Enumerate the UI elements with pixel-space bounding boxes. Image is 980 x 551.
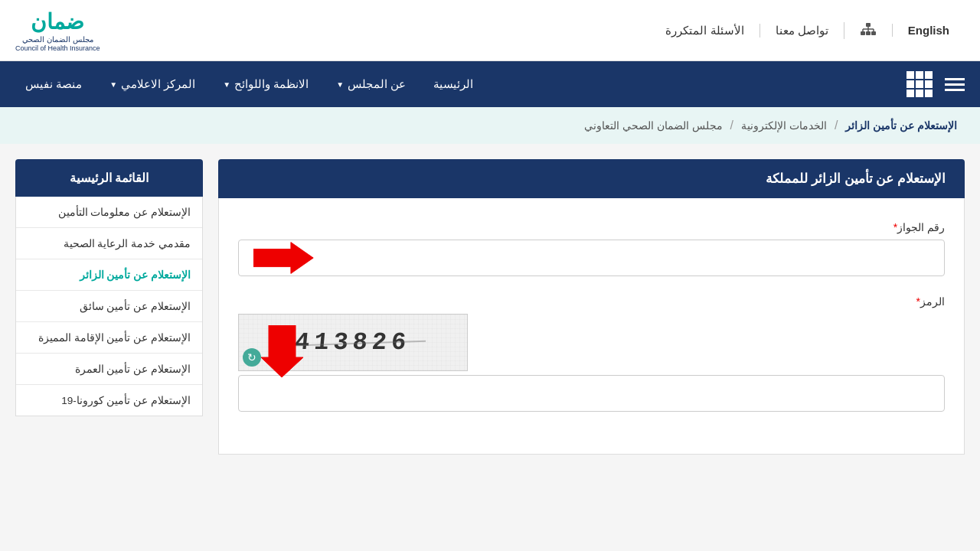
passport-group: رقم الجواز* [238, 221, 945, 276]
list-icon [945, 78, 965, 91]
nav-arrow-council: ▼ [336, 80, 344, 89]
sidebar-menu: الإستعلام عن معلومات التأمين مقدمي خدمة … [15, 197, 203, 416]
breadcrumb-sep1: / [835, 119, 838, 132]
captcha-group: الرمز* 413826 ↻ [238, 295, 945, 412]
main-content: الإستعلام عن تأمين الزائر للمملكة رقم ال… [0, 144, 980, 470]
breadcrumb-current: الإستعلام عن تأمين الزائر [845, 119, 957, 132]
sidebar-link-premium-residency[interactable]: الإستعلام عن تأمين الإقامة المميزة [16, 322, 202, 353]
nav-link-home[interactable]: الرئيسية [420, 61, 487, 107]
svg-rect-2 [866, 31, 871, 35]
list-view-button[interactable] [941, 70, 969, 98]
svg-rect-1 [861, 31, 865, 35]
form-title: الإستعلام عن تأمين الزائر للمملكة [766, 171, 946, 186]
svg-marker-9 [253, 243, 313, 274]
sidebar-link-insurance-info[interactable]: الإستعلام عن معلومات التأمين [16, 197, 202, 227]
english-toggle[interactable]: English [892, 24, 965, 37]
captcha-input-wrapper [238, 375, 945, 412]
captcha-label: الرمز* [238, 295, 945, 308]
nav-link-nfais[interactable]: منصة نفيس [11, 61, 96, 107]
logo: ضمان مجلس الضمان الصحي Council of Health… [15, 9, 100, 52]
sidebar-link-healthcare-providers[interactable]: مقدمي خدمة الرعاية الصحية [16, 228, 202, 259]
form-area: الإستعلام عن تأمين الزائر للمملكة رقم ال… [218, 159, 965, 455]
captcha-value: 413826 [294, 328, 412, 357]
form-body: رقم الجواز* الرمز* 413826 [218, 198, 965, 455]
svg-rect-0 [866, 23, 871, 27]
sidebar-title: القائمة الرئيسية [70, 171, 149, 184]
grid-icon [906, 71, 933, 97]
sidebar-item-insurance-info[interactable]: الإستعلام عن معلومات التأمين [16, 197, 202, 228]
nav-menu: الرئيسية عن المجلس ▼ الانظمة واللوائح ▼ … [11, 61, 487, 107]
nav-link-media[interactable]: المركز الاعلامي ▼ [96, 61, 209, 107]
nav-item-media[interactable]: المركز الاعلامي ▼ [96, 61, 209, 107]
captcha-input[interactable] [238, 375, 945, 412]
sidebar-link-driver-insurance[interactable]: الإستعلام عن تأمين سائق [16, 291, 202, 321]
nav-arrow-media: ▼ [109, 80, 117, 89]
org-chart-icon[interactable] [844, 22, 892, 39]
nav-link-regulations[interactable]: الانظمة واللوائح ▼ [209, 61, 322, 107]
top-bar-left: English تواصل معنا الأسئلة المتكررة [650, 22, 965, 39]
sidebar-link-visitor-insurance[interactable]: الإستعلام عن تأمين الزائر [16, 259, 202, 290]
sidebar-item-umrah-insurance[interactable]: الإستعلام عن تأمين العمرة [16, 354, 202, 385]
nav-item-home[interactable]: الرئيسية [420, 61, 487, 107]
logo-main-text: ضمان [31, 9, 84, 34]
nav-item-council[interactable]: عن المجلس ▼ [322, 61, 420, 107]
contact-link[interactable]: تواصل معنا [760, 24, 844, 37]
breadcrumb: الإستعلام عن تأمين الزائر / الخدمات الإل… [0, 107, 980, 144]
nav-bar: الرئيسية عن المجلس ▼ الانظمة واللوائح ▼ … [0, 61, 980, 107]
form-header: الإستعلام عن تأمين الزائر للمملكة [218, 159, 965, 198]
nav-view-icons [906, 70, 969, 98]
sidebar-item-premium-residency[interactable]: الإستعلام عن تأمين الإقامة المميزة [16, 322, 202, 354]
svg-rect-3 [871, 31, 876, 35]
faq-link[interactable]: الأسئلة المتكررة [650, 24, 759, 37]
captcha-refresh-button[interactable]: ↻ [243, 348, 261, 367]
down-arrow-annotation [261, 325, 303, 379]
passport-input-container [238, 240, 945, 276]
sidebar-item-visitor-insurance[interactable]: الإستعلام عن تأمين الزائر [16, 259, 202, 291]
sidebar-link-covid-insurance[interactable]: الإستعلام عن تأمين كورونا-19 [16, 385, 202, 416]
sidebar-item-healthcare-providers[interactable]: مقدمي خدمة الرعاية الصحية [16, 228, 202, 259]
nav-item-nfais[interactable]: منصة نفيس [11, 61, 96, 107]
logo-area: ضمان مجلس الضمان الصحي Council of Health… [15, 9, 100, 52]
passport-label: رقم الجواز* [238, 221, 945, 233]
nav-link-council[interactable]: عن المجلس ▼ [322, 61, 420, 107]
sidebar-header: القائمة الرئيسية [15, 159, 203, 197]
right-arrow-annotation [253, 241, 315, 276]
sidebar-item-covid-insurance[interactable]: الإستعلام عن تأمين كورونا-19 [16, 385, 202, 416]
top-bar: English تواصل معنا الأسئلة المتكررة ضمان… [0, 0, 980, 61]
nav-arrow-regulations: ▼ [223, 80, 230, 89]
grid-view-button[interactable] [906, 70, 933, 98]
svg-marker-10 [261, 325, 303, 377]
passport-input[interactable] [238, 240, 945, 276]
captcha-container: 413826 ↻ [238, 314, 945, 371]
logo-en-text: Council of Health Insurance [15, 44, 100, 52]
breadcrumb-home[interactable]: مجلس الضمان الصحي التعاوني [584, 119, 723, 132]
sidebar-item-driver-insurance[interactable]: الإستعلام عن تأمين سائق [16, 291, 202, 322]
sidebar: القائمة الرئيسية الإستعلام عن معلومات ال… [15, 159, 203, 455]
nav-item-regulations[interactable]: الانظمة واللوائح ▼ [209, 61, 322, 107]
sidebar-link-umrah-insurance[interactable]: الإستعلام عن تأمين العمرة [16, 354, 202, 384]
logo-sub-text: مجلس الضمان الصحي [22, 34, 93, 44]
breadcrumb-services[interactable]: الخدمات الإلكترونية [741, 119, 827, 132]
breadcrumb-sep2: / [730, 119, 733, 132]
